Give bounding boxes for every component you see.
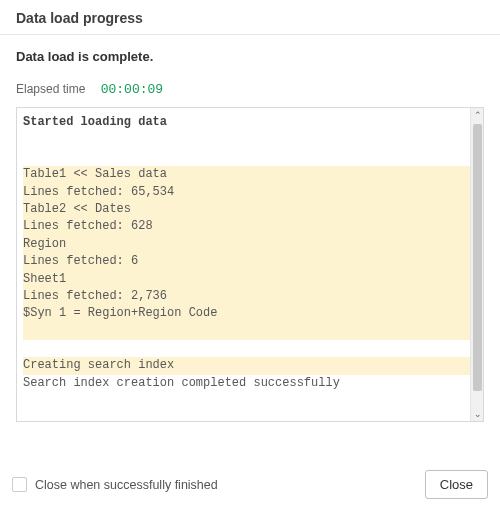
log-line (23, 340, 470, 357)
log-line (23, 392, 470, 409)
log-line (23, 131, 470, 148)
dialog-title: Data load progress (0, 0, 500, 35)
scrollbar-thumb[interactable] (473, 124, 482, 391)
close-button[interactable]: Close (425, 470, 488, 499)
log-line: Region (23, 236, 470, 253)
log-line: Sheet1 (23, 271, 470, 288)
log-line: Table1 << Sales data (23, 166, 470, 183)
log-line: Creating search index (23, 357, 470, 374)
log-line: Started loading data (23, 114, 470, 131)
elapsed-row: Elapsed time 00:00:09 (0, 68, 500, 107)
log-content[interactable]: Started loading data Table1 << Sales dat… (17, 108, 470, 421)
scrollbar[interactable]: ⌃ ⌄ (470, 108, 483, 421)
log-line: Lines fetched: 2,736 (23, 288, 470, 305)
log-line (23, 149, 470, 166)
log-line (23, 323, 470, 340)
log-panel: Started loading data Table1 << Sales dat… (16, 107, 484, 422)
checkbox[interactable] (12, 477, 27, 492)
elapsed-label: Elapsed time (16, 82, 85, 96)
log-line: Lines fetched: 6 (23, 253, 470, 270)
log-line: Search index creation completed successf… (23, 375, 470, 392)
log-line: Lines fetched: 628 (23, 218, 470, 235)
log-line: Table2 << Dates (23, 201, 470, 218)
scroll-up-icon[interactable]: ⌃ (471, 108, 484, 122)
status-message: Data load is complete. (0, 35, 500, 68)
scroll-down-icon[interactable]: ⌄ (471, 407, 484, 421)
close-when-finished-option[interactable]: Close when successfully finished (12, 477, 218, 492)
log-line: Lines fetched: 65,534 (23, 184, 470, 201)
dialog-footer: Close when successfully finished Close (0, 460, 500, 511)
log-line: $Syn 1 = Region+Region Code (23, 305, 470, 322)
elapsed-value: 00:00:09 (101, 82, 163, 97)
log-line (23, 410, 470, 421)
checkbox-label: Close when successfully finished (35, 478, 218, 492)
